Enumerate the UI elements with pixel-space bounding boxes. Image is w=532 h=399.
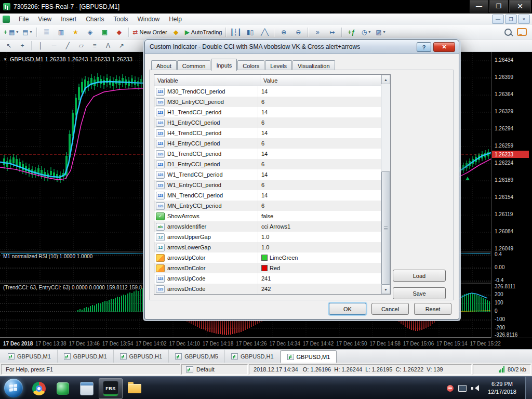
chart-tab[interactable]: GBPUSD,H1	[114, 350, 169, 363]
chat-icon[interactable]	[517, 28, 527, 36]
arrows-icon[interactable]: ↗	[115, 41, 128, 50]
status-profile[interactable]: Default	[181, 364, 248, 375]
tab-inputs[interactable]: Inputs	[211, 59, 237, 71]
table-row[interactable]: arrowsUpperGap1.0	[154, 232, 381, 242]
zoom-in-button[interactable]: ⊕	[276, 26, 291, 38]
table-row[interactable]: M30_TrendCCI_period14	[154, 86, 381, 97]
param-value[interactable]: 6	[258, 117, 381, 128]
network-icon[interactable]	[458, 385, 467, 392]
menu-file[interactable]: File	[14, 15, 33, 24]
tab-about[interactable]: About	[151, 60, 177, 71]
close-button[interactable]: ✕	[509, 0, 531, 12]
table-row[interactable]: MN_EntryCCI_period6	[154, 201, 381, 211]
chart-shift-button[interactable]: ↦	[325, 26, 339, 38]
menu-tools[interactable]: Tools	[109, 15, 133, 24]
terminal-button[interactable]: ▣	[97, 26, 112, 38]
taskbar-chrome-icon[interactable]	[27, 378, 51, 399]
show-desktop-button[interactable]	[525, 377, 532, 399]
param-value[interactable]: Red	[258, 263, 381, 273]
table-row[interactable]: arrowsUpColorLimeGreen	[154, 252, 381, 263]
zoom-out-button[interactable]: ⊖	[291, 26, 305, 38]
table-row[interactable]: H1_TrendCCI_period14	[154, 107, 381, 117]
taskbar-folder-icon[interactable]	[123, 378, 147, 399]
param-value[interactable]: 6	[258, 201, 381, 211]
notification-icon[interactable]	[447, 385, 454, 392]
data-window-button[interactable]: ▥	[54, 26, 68, 38]
taskbar-notes-app-icon[interactable]	[75, 378, 99, 399]
scrollbar-thumb[interactable]	[381, 171, 390, 285]
table-row[interactable]: arrowsUpCode241	[154, 273, 381, 284]
param-value[interactable]: 6	[258, 97, 381, 107]
volume-icon[interactable]	[471, 385, 479, 392]
table-row[interactable]: MN_TrendCCI_period14	[154, 190, 381, 201]
auto-scroll-button[interactable]: »	[310, 26, 325, 38]
tab-visualization[interactable]: Visualization	[292, 60, 335, 71]
dialog-close-button[interactable]: ✕	[433, 42, 455, 52]
param-value[interactable]: LimeGreen	[258, 252, 381, 263]
indicators-button[interactable]: +ƒ	[344, 26, 358, 38]
restore-button[interactable]: ❐	[489, 0, 508, 12]
table-row[interactable]: arrowsDnCode242	[154, 284, 381, 294]
trendline-icon[interactable]: ╱	[61, 41, 74, 50]
fibonacci-icon[interactable]: ≡	[88, 41, 101, 50]
menu-view[interactable]: View	[33, 15, 56, 24]
table-row[interactable]: arrowsLowerGap1.0	[154, 242, 381, 252]
scroll-down-icon[interactable]: ▼	[381, 285, 390, 294]
profiles-button[interactable]: ▤▾	[20, 26, 34, 38]
param-value[interactable]: cci Arrows1	[258, 221, 381, 232]
minimize-button[interactable]: —	[470, 0, 488, 12]
chart-tab[interactable]: GBPUSD,M1	[2, 350, 58, 363]
param-value[interactable]: 14	[258, 149, 381, 159]
param-value[interactable]: 1.0	[258, 242, 381, 252]
periods-button[interactable]: ◷▾	[358, 26, 373, 38]
vertical-scrollbar[interactable]: ▲ ▼	[381, 75, 390, 294]
menu-help[interactable]: Help	[164, 15, 187, 24]
cursor-icon[interactable]: ↖	[2, 41, 16, 50]
table-row[interactable]: arrowsDnColorRed	[154, 263, 381, 273]
autotrading-button[interactable]: ▶AutoTrading	[183, 26, 224, 38]
cancel-button[interactable]: Cancel	[371, 303, 409, 315]
param-value[interactable]: 242	[258, 284, 381, 294]
chevron-down-icon[interactable]: ▼	[3, 57, 7, 62]
mdi-minimize-button[interactable]: —	[492, 15, 504, 24]
table-row[interactable]: H1_EntryCCI_period6	[154, 117, 381, 128]
table-row[interactable]: W1_EntryCCI_period6	[154, 180, 381, 190]
param-value[interactable]: 14	[258, 107, 381, 117]
candlestick-chart-button[interactable]: ▮▯	[243, 26, 257, 38]
text-icon[interactable]: A	[101, 41, 115, 50]
table-row[interactable]: M30_EntryCCI_period6	[154, 97, 381, 107]
market-watch-button[interactable]: ☰	[39, 26, 54, 38]
scroll-up-icon[interactable]: ▲	[381, 75, 390, 84]
taskbar-fbs-icon[interactable]: FBS	[99, 378, 123, 399]
table-row[interactable]: H4_EntryCCI_period6	[154, 138, 381, 149]
metaeditor-button[interactable]: ◆	[169, 26, 183, 38]
table-row[interactable]: D1_EntryCCI_period6	[154, 159, 381, 169]
strategy-tester-button[interactable]: ◆	[112, 26, 126, 38]
mdi-restore-button[interactable]: ❐	[505, 15, 517, 24]
chart-tab[interactable]: GBPUSD,M1	[58, 350, 114, 363]
param-value[interactable]: 14	[258, 169, 381, 180]
help-button[interactable]: ?	[417, 42, 431, 52]
param-value[interactable]: 14	[258, 128, 381, 138]
crosshair-icon[interactable]: +	[16, 41, 29, 50]
table-row[interactable]: H4_TrendCCI_period14	[154, 128, 381, 138]
line-chart-button[interactable]: ╱╲	[257, 26, 272, 38]
taskbar-green-app-icon[interactable]	[51, 378, 75, 399]
navigator-button[interactable]: ◈	[83, 26, 97, 38]
table-row[interactable]: ShowArrowsfalse	[154, 211, 381, 221]
channel-icon[interactable]: ▱	[74, 41, 88, 50]
param-value[interactable]: 241	[258, 273, 381, 284]
chart-tab[interactable]: GBPUSD,M5	[169, 350, 225, 363]
save-button[interactable]: Save	[393, 287, 446, 299]
param-value[interactable]: 6	[258, 138, 381, 149]
favorites-button[interactable]: ★	[68, 26, 83, 38]
tab-colors[interactable]: Colors	[237, 60, 264, 71]
dialog-title-bar[interactable]: Custom Indicator - Double CCI with SMA v…	[145, 40, 459, 54]
load-button[interactable]: Load	[393, 270, 446, 282]
vertical-line-icon[interactable]: │	[34, 41, 47, 50]
start-button[interactable]	[4, 379, 23, 397]
new-chart-button[interactable]: +▦▾	[2, 26, 20, 38]
menu-insert[interactable]: Insert	[56, 15, 81, 24]
table-row[interactable]: D1_TrendCCI_period14	[154, 149, 381, 159]
param-value[interactable]: 14	[258, 190, 381, 201]
